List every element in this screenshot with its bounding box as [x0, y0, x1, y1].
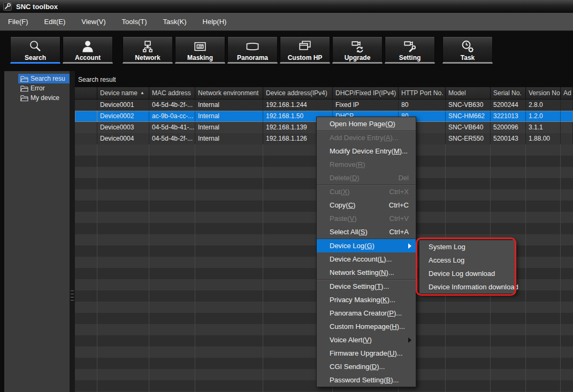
context-menu-item-cut: Cut(X)Ctrl+X	[317, 185, 416, 198]
sidebar-item-error[interactable]: Error	[18, 83, 70, 93]
search-icon	[28, 40, 42, 53]
table-cell: 1.2.0	[526, 111, 561, 122]
submenu-item-system-log[interactable]: System Log	[419, 240, 515, 253]
column-header-model[interactable]: Model	[446, 87, 491, 99]
table-cell: Device0004	[97, 133, 149, 144]
app-wrench-icon	[3, 2, 12, 11]
context-menu-item-paste: Paste(V)Ctrl+V	[317, 212, 416, 225]
context-menu-item-panorama-creator-[interactable]: Panorama Creator(P)...	[317, 306, 416, 320]
column-header-network-environment[interactable]: Network environment	[195, 87, 263, 99]
context-menu-item-custom-homepage-[interactable]: Custom Homepage(H)...	[317, 320, 416, 333]
table-cell: Device0002	[97, 111, 149, 122]
column-header-ad[interactable]: Ad	[561, 87, 573, 99]
context-menu-item-copy[interactable]: Copy(C)Ctrl+C	[317, 198, 416, 212]
table-cell: 80	[399, 99, 446, 111]
column-header-serial-no-[interactable]: Serial No.	[491, 87, 526, 99]
toolbar-button-panorama[interactable]: Panorama	[227, 36, 278, 64]
submenu-item-device-log-download[interactable]: Device Log download	[419, 267, 515, 280]
menubar-item-help[interactable]: Help(H)	[195, 13, 235, 30]
window-title: SNC toolbox	[16, 3, 58, 11]
context-menu-item-network-setting-[interactable]: Network Setting(N)...	[317, 266, 416, 280]
menu-shortcut: Ctrl+X	[389, 185, 409, 198]
table-cell	[75, 122, 97, 133]
column-header-row-selector[interactable]	[75, 87, 97, 99]
table-cell: 3221013	[491, 111, 526, 122]
table-cell: Internal	[195, 122, 263, 133]
submenu-item-access-log[interactable]: Access Log	[419, 253, 515, 267]
sidebar-tree: Search resuErrorMy device	[4, 71, 70, 392]
context-menu-item-privacy-masking-[interactable]: Privacy Masking(K)...	[317, 293, 416, 306]
table-cell: SNC-VB640	[446, 122, 491, 133]
table-cell	[561, 133, 573, 144]
column-separator	[195, 144, 195, 392]
sidebar-item-search-resu[interactable]: Search resu	[18, 74, 70, 83]
column-header-version-no-[interactable]: Version No.	[526, 87, 561, 99]
sidebar-item-label: My device	[30, 94, 59, 102]
submenu-arrow-icon	[408, 243, 411, 249]
column-separator	[97, 144, 97, 392]
table-cell: 5200096	[491, 122, 526, 133]
table-cell: SNC-HM662	[446, 111, 491, 122]
title-bar[interactable]: SNC toolbox	[0, 0, 573, 13]
toolbar-button-upgrade[interactable]: Upgrade	[332, 36, 383, 64]
context-menu-item-device-account-[interactable]: Device Account(L)...	[317, 252, 416, 266]
menubar-item-task[interactable]: Task(K)	[155, 13, 195, 30]
table-cell: SNC-VB630	[446, 99, 491, 111]
splitter-grip	[71, 297, 74, 298]
table-cell: Internal	[195, 111, 263, 122]
context-menu-item-select-all[interactable]: Select All(S)Ctrl+A	[317, 225, 416, 239]
column-header-device-name[interactable]: Device name▲	[97, 87, 149, 99]
context-menu-item-voice-alert[interactable]: Voice Alert(V)	[317, 333, 416, 347]
context-menu-item-device-log[interactable]: Device Log(G)	[317, 239, 416, 252]
toolbar-button-task[interactable]: Task	[442, 36, 493, 64]
submenu-item-device-information-download[interactable]: Device Information download	[419, 280, 515, 294]
toolbar-button-masking[interactable]: Masking	[175, 36, 225, 64]
toolbar-button-search[interactable]: Search	[10, 36, 60, 64]
sort-ascending-icon: ▲	[140, 87, 144, 99]
menubar-item-view[interactable]: View(V)	[73, 13, 113, 30]
table-cell: SNC-ER550	[446, 133, 491, 144]
context-menu-item-open-home-page[interactable]: Open Home Page(O)	[317, 117, 416, 131]
context-menu-item-modify-device-entry-[interactable]: Modify Device Entry(M)...	[317, 144, 416, 158]
toolbar-button-custom-hp[interactable]: Custom HP	[280, 36, 330, 64]
column-separator	[525, 144, 526, 392]
section-label: Search result	[78, 76, 116, 83]
sidebar-item-label: Error	[30, 84, 45, 92]
context-menu-item-device-setting-[interactable]: Device Setting(T)...	[317, 280, 416, 293]
sidebar-item-my-device[interactable]: My device	[18, 93, 70, 103]
context-menu: Open Home Page(O)Add Device Entry(A)...M…	[316, 117, 416, 387]
table-cell: Internal	[195, 133, 263, 144]
column-header-mac-address[interactable]: MAC address	[149, 87, 195, 99]
table-cell: Device0003	[97, 122, 149, 133]
context-menu-item-password-setting-[interactable]: Password Setting(B)...	[317, 373, 416, 387]
toolbar-button-account[interactable]: Account	[63, 36, 113, 64]
splitter[interactable]	[70, 71, 75, 392]
table-cell: 04-5d-4b-41-...	[149, 122, 195, 133]
column-separator	[149, 144, 149, 392]
context-menu-item-add-device-entry-: Add Device Entry(A)...	[317, 131, 416, 144]
column-separator	[263, 144, 263, 392]
toolbar-button-label: Search	[11, 54, 60, 62]
upgrade-icon	[350, 40, 364, 53]
column-header-dhcp-fixed-ip[interactable]: DHCP/Fixed IP(IPv4)	[333, 87, 399, 99]
table-row-device0001[interactable]: Device000104-5d-4b-2f-...Internal192.168…	[75, 99, 573, 111]
account-icon	[81, 40, 95, 53]
menu-shortcut: Ctrl+V	[389, 212, 409, 225]
context-menu-item-cgi-sending-[interactable]: CGI Sending(D)...	[317, 360, 416, 373]
network-icon	[141, 40, 155, 53]
table-header-row: Device name▲MAC addressNetwork environme…	[75, 87, 573, 99]
menubar-item-file[interactable]: File(F)	[0, 13, 36, 30]
column-header-device-address[interactable]: Device address(IPv4)	[263, 87, 333, 99]
table-cell: ac-9b-0a-cc-...	[149, 111, 195, 122]
table-cell: 5200143	[491, 133, 526, 144]
toolbar-button-setting[interactable]: Setting	[385, 36, 435, 64]
column-header-http-port-no-[interactable]: HTTP Port No.	[399, 87, 446, 99]
menu-shortcut: Ctrl+A	[389, 225, 409, 239]
menubar-item-edit[interactable]: Edit(E)	[36, 13, 74, 30]
menubar-item-tools[interactable]: Tools(T)	[114, 13, 155, 30]
setting-icon	[403, 40, 417, 53]
submenu-arrow-icon	[408, 337, 411, 343]
toolbar-button-network[interactable]: Network	[123, 36, 173, 64]
task-icon	[461, 40, 475, 53]
context-menu-item-firmware-upgrade-[interactable]: Firmware Upgrade(U)...	[317, 347, 416, 360]
